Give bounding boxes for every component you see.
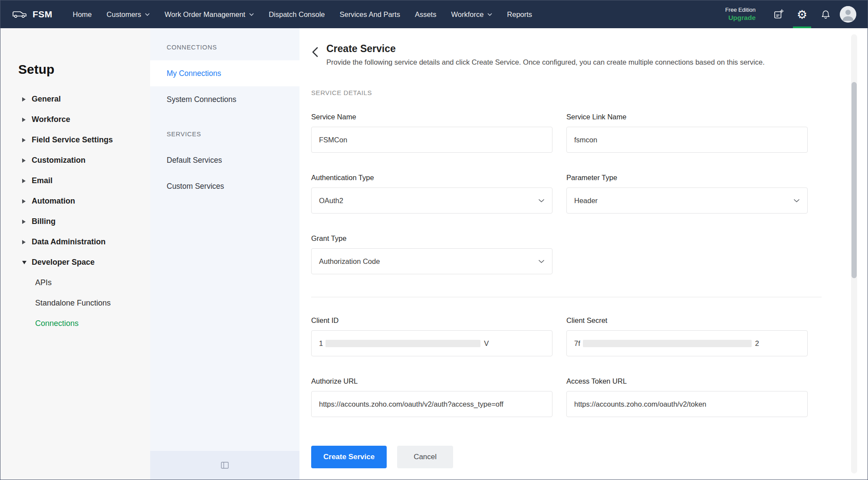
top-navigation: FSM Home Customers Work Order Management…: [0, 0, 868, 28]
sidebar-item-automation[interactable]: Automation: [0, 191, 150, 211]
chevron-down-icon: [249, 13, 254, 16]
notifications-bell-icon[interactable]: [814, 0, 837, 28]
caret-right-icon: [22, 240, 26, 244]
chevron-down-icon: [145, 13, 150, 16]
client-id-input[interactable]: 1 V: [311, 330, 552, 356]
sidebar-item-customization[interactable]: Customization: [0, 150, 150, 171]
service-name-input[interactable]: [311, 127, 552, 153]
client-secret-input[interactable]: 7f 2: [566, 330, 808, 356]
authentication-type-label: Authentication Type: [311, 174, 552, 182]
parameter-type-label: Parameter Type: [566, 174, 808, 182]
access-token-url-input[interactable]: [566, 391, 808, 417]
caret-right-icon: [22, 97, 26, 102]
chevron-down-icon: [538, 199, 545, 203]
service-name-label: Service Name: [311, 113, 552, 121]
sidebar-item-general[interactable]: General: [0, 89, 150, 109]
back-arrow-icon[interactable]: [311, 46, 319, 59]
nav-item-work-order-management[interactable]: Work Order Management: [157, 0, 261, 28]
redacted-value-bar: [583, 340, 752, 347]
field-client-secret: Client Secret 7f 2: [566, 316, 808, 356]
field-service-name: Service Name: [311, 113, 552, 153]
access-token-url-label: Access Token URL: [566, 377, 808, 385]
field-grant-type: Grant Type Authorization Code: [311, 234, 552, 274]
sidebar-item-data-administration[interactable]: Data Administration: [0, 232, 150, 252]
user-avatar[interactable]: [840, 6, 856, 23]
panel-section-connections: CONNECTIONS: [150, 44, 299, 51]
redacted-value-bar: [326, 340, 480, 347]
sidebar-item-connections[interactable]: Connections: [0, 313, 150, 334]
authorize-url-label: Authorize URL: [311, 377, 552, 385]
brand-name: FSM: [33, 9, 53, 20]
grant-type-label: Grant Type: [311, 234, 552, 243]
panel-item-custom-services[interactable]: Custom Services: [150, 173, 299, 199]
chevron-down-icon: [793, 199, 800, 203]
create-service-button[interactable]: Create Service: [311, 446, 387, 468]
panel-section-services: SERVICES: [150, 131, 299, 138]
caret-right-icon: [22, 158, 26, 163]
nav-item-dispatch-console[interactable]: Dispatch Console: [261, 0, 332, 28]
panel-item-my-connections[interactable]: My Connections: [150, 60, 299, 86]
nav-item-reports[interactable]: Reports: [500, 0, 539, 28]
caret-right-icon: [22, 118, 26, 122]
field-parameter-type: Parameter Type Header: [566, 174, 808, 214]
credentials-form: Client ID 1 V Client Secret 7f 2: [311, 316, 842, 417]
settings-gear-icon[interactable]: ⚙: [790, 0, 814, 28]
nav-right-controls: Free Edition Upgrade ⚙: [725, 0, 868, 28]
service-details-form: Service Name Service Link Name Authentic…: [311, 113, 842, 274]
fsm-logo[interactable]: FSM: [0, 0, 66, 28]
caret-right-icon: [22, 179, 26, 183]
authorize-url-input[interactable]: [311, 391, 552, 417]
app-window: FSM Home Customers Work Order Management…: [0, 0, 868, 480]
service-link-name-input[interactable]: [566, 127, 808, 153]
sidebar-item-apis[interactable]: APIs: [0, 273, 150, 293]
sidebar-item-billing[interactable]: Billing: [0, 211, 150, 232]
sidebar-item-workforce[interactable]: Workforce: [0, 109, 150, 130]
edition-info: Free Edition Upgrade: [725, 0, 756, 28]
page-title: Create Service: [326, 43, 765, 55]
nav-item-customers[interactable]: Customers: [99, 0, 158, 28]
form-actions: Create Service Cancel: [311, 446, 842, 468]
primary-nav: Home Customers Work Order Management Dis…: [66, 0, 540, 28]
service-link-name-label: Service Link Name: [566, 113, 808, 121]
page-header: Create Service Provide the following ser…: [311, 43, 842, 66]
field-access-token-url: Access Token URL: [566, 377, 808, 417]
sidebar-item-standalone-functions[interactable]: Standalone Functions: [0, 293, 150, 313]
field-client-id: Client ID 1 V: [311, 316, 552, 356]
field-authentication-type: Authentication Type OAuth2: [311, 174, 552, 214]
sidebar-item-field-service-settings[interactable]: Field Service Settings: [0, 130, 150, 150]
caret-down-icon: [22, 261, 26, 264]
field-authorize-url: Authorize URL: [311, 377, 552, 417]
setup-sidebar: Setup General Workforce Field Service Se…: [0, 28, 150, 480]
field-service-link-name: Service Link Name: [566, 113, 808, 153]
collapse-panel-icon[interactable]: [217, 458, 232, 473]
nav-item-assets[interactable]: Assets: [408, 0, 444, 28]
chevron-down-icon: [487, 13, 492, 16]
caret-right-icon: [22, 220, 26, 224]
fsm-van-icon: [12, 9, 27, 20]
edition-label: Free Edition: [725, 7, 756, 13]
nav-item-services-and-parts[interactable]: Services And Parts: [332, 0, 408, 28]
panel-item-system-connections[interactable]: System Connections: [150, 86, 299, 112]
sidebar-item-developer-space[interactable]: Developer Space: [0, 252, 150, 273]
upgrade-link[interactable]: Upgrade: [728, 13, 756, 22]
nav-item-workforce[interactable]: Workforce: [444, 0, 500, 28]
panel-item-default-services[interactable]: Default Services: [150, 147, 299, 173]
service-details-section-label: SERVICE DETAILS: [311, 89, 842, 96]
form-divider: [311, 297, 822, 297]
page-subtitle: Provide the following service details an…: [326, 58, 765, 66]
client-id-label: Client ID: [311, 316, 552, 325]
vertical-scrollbar-track[interactable]: [851, 34, 857, 473]
grant-type-select[interactable]: Authorization Code: [311, 248, 552, 274]
parameter-type-select[interactable]: Header: [566, 187, 808, 214]
vertical-scrollbar-thumb[interactable]: [852, 82, 857, 278]
chevron-down-icon: [538, 260, 545, 263]
setup-title: Setup: [0, 62, 150, 77]
client-secret-label: Client Secret: [566, 316, 808, 325]
sidebar-item-email[interactable]: Email: [0, 171, 150, 191]
nav-item-home[interactable]: Home: [66, 0, 99, 28]
caret-right-icon: [22, 199, 26, 204]
caret-right-icon: [22, 138, 26, 142]
compose-icon[interactable]: [767, 0, 790, 28]
cancel-button[interactable]: Cancel: [397, 446, 453, 468]
authentication-type-select[interactable]: OAuth2: [311, 187, 552, 214]
